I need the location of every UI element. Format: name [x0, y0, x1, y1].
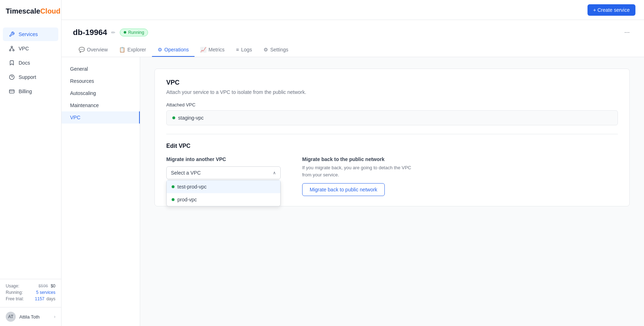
- migrate-back-description: If you migrate back, you are going to de…: [302, 164, 417, 178]
- status-dot: [124, 31, 126, 34]
- tab-operations[interactable]: ⚙ Operations: [152, 43, 195, 57]
- vpc-option-dot-1: [172, 185, 174, 188]
- vpc-dropdown-menu: test-prod-vpc prod-vpc: [166, 180, 281, 206]
- tab-explorer[interactable]: 📋 Explorer: [113, 43, 152, 57]
- create-service-button[interactable]: + Create service: [588, 4, 635, 16]
- migrate-back-title: Migrate back to the public network: [302, 156, 417, 162]
- vpc-select-placeholder: Select a VPC: [171, 170, 201, 176]
- bookmark-icon: [9, 60, 15, 66]
- logs-icon: ≡: [236, 47, 239, 52]
- explorer-icon: 📋: [119, 47, 125, 52]
- ops-nav-autoscaling[interactable]: Autoscaling: [62, 87, 140, 99]
- sidebar-user[interactable]: AT Attila Toth ›: [0, 307, 61, 326]
- ops-nav-maintenance[interactable]: Maintenance: [62, 99, 140, 111]
- tab-logs[interactable]: ≡ Logs: [230, 43, 258, 57]
- running-label: Running:: [6, 290, 23, 295]
- sidebar-item-vpc[interactable]: VPC: [3, 42, 58, 55]
- dropdown-item-prod-vpc[interactable]: prod-vpc: [167, 193, 280, 206]
- sidebar-item-docs[interactable]: Docs: [3, 56, 58, 70]
- attached-vpc-box: staging-vpc: [166, 110, 618, 125]
- tab-logs-label: Logs: [241, 47, 252, 52]
- more-options-button[interactable]: ···: [621, 27, 633, 37]
- vpc-title: VPC: [166, 79, 618, 86]
- ops-nav-general[interactable]: General: [62, 63, 140, 75]
- avatar: AT: [6, 312, 16, 322]
- chevron-up-icon: ∧: [273, 170, 276, 175]
- vpc-select-trigger[interactable]: Select a VPC ∧: [166, 166, 281, 179]
- service-name: db-19964: [73, 28, 107, 37]
- free-label: Free trial:: [6, 296, 24, 301]
- overview-icon: 💬: [79, 47, 85, 52]
- svg-line-4: [12, 47, 14, 49]
- sidebar-item-services[interactable]: Services: [3, 27, 58, 41]
- vpc-option-label-1: test-prod-vpc: [177, 184, 207, 190]
- ops-nav-vpc[interactable]: VPC: [62, 111, 140, 124]
- service-header: db-19964 ✏ Running ··· 💬 Overview 📋 Expl…: [62, 20, 644, 57]
- usage-label: Usage:: [6, 284, 19, 289]
- vpc-description: Attach your service to a VPC to isolate …: [166, 89, 618, 95]
- support-icon: [9, 74, 15, 80]
- app-logo: TimescaleCloud: [6, 7, 60, 15]
- vpc-select-wrapper: Select a VPC ∧ test-prod-vpc: [166, 166, 281, 179]
- svg-line-3: [10, 47, 12, 49]
- sidebar: TimescaleCloud Services VPC Docs Suppo: [0, 0, 62, 326]
- logo: TimescaleCloud: [0, 0, 61, 24]
- tab-settings-label: Settings: [270, 47, 289, 52]
- chevron-right-icon: ›: [54, 314, 55, 319]
- svg-point-2: [13, 50, 14, 51]
- usage-row: Usage: $596 $0: [6, 284, 55, 289]
- migrate-into-label: Migrate into another VPC: [166, 156, 281, 162]
- status-badge: Running: [120, 29, 148, 36]
- sidebar-item-label-support: Support: [19, 74, 36, 80]
- migrate-back-button[interactable]: Migrate back to public network: [302, 183, 385, 196]
- tab-metrics[interactable]: 📈 Metrics: [195, 43, 230, 57]
- sidebar-nav: Services VPC Docs Support Billing: [0, 24, 61, 279]
- section-divider: [166, 134, 618, 134]
- svg-point-1: [9, 50, 11, 51]
- trial-row: Free trial: 1157 days: [6, 296, 55, 301]
- wrench-icon: [9, 31, 15, 37]
- sidebar-item-billing[interactable]: Billing: [3, 85, 58, 98]
- service-wrapper: db-19964 ✏ Running ··· 💬 Overview 📋 Expl…: [62, 20, 644, 326]
- running-row: Running: 5 services: [6, 290, 55, 295]
- status-text: Running: [128, 30, 144, 35]
- migrate-back-section: Migrate back to the public network If yo…: [302, 156, 417, 196]
- vpc-option-label-2: prod-vpc: [177, 197, 197, 202]
- trial-days[interactable]: 1157: [35, 296, 45, 301]
- edit-vpc-grid: Migrate into another VPC Select a VPC ∧: [166, 156, 618, 196]
- dropdown-item-test-prod-vpc[interactable]: test-prod-vpc: [167, 180, 280, 193]
- metrics-icon: 📈: [200, 47, 206, 52]
- sidebar-item-support[interactable]: Support: [3, 70, 58, 84]
- edit-vpc-title: Edit VPC: [166, 143, 618, 149]
- vpc-status-dot: [172, 116, 175, 119]
- attached-vpc-value: staging-vpc: [178, 115, 204, 121]
- operations-sidebar: General Resources Autoscaling Maintenanc…: [62, 57, 140, 326]
- operations-body: General Resources Autoscaling Maintenanc…: [62, 57, 644, 326]
- tab-explorer-label: Explorer: [127, 47, 146, 52]
- edit-icon[interactable]: ✏: [111, 30, 115, 35]
- sidebar-item-label-billing: Billing: [19, 89, 32, 94]
- operations-icon: ⚙: [158, 47, 162, 52]
- migrate-into-section: Migrate into another VPC Select a VPC ∧: [166, 156, 281, 179]
- vpc-attached-section: VPC Attach your service to a VPC to isol…: [154, 69, 630, 206]
- service-title-row: db-19964 ✏ Running ···: [73, 27, 633, 37]
- tab-metrics-label: Metrics: [208, 47, 225, 52]
- tab-settings[interactable]: ⚙ Settings: [258, 43, 294, 57]
- sidebar-item-label-vpc: VPC: [19, 46, 29, 51]
- vpc-option-dot-2: [172, 198, 174, 201]
- current-price: $0: [51, 284, 55, 289]
- operations-content: VPC Attach your service to a VPC to isol…: [140, 57, 644, 326]
- service-title: db-19964 ✏ Running: [73, 28, 148, 37]
- trial-unit: days: [46, 296, 55, 301]
- svg-rect-7: [9, 90, 14, 93]
- running-count[interactable]: 5 services: [36, 290, 55, 295]
- network-icon: [9, 45, 15, 52]
- svg-point-0: [11, 46, 13, 47]
- tab-operations-label: Operations: [164, 47, 189, 52]
- settings-icon: ⚙: [264, 47, 268, 52]
- topbar: + Create service: [62, 0, 644, 20]
- tab-overview[interactable]: 💬 Overview: [73, 43, 113, 57]
- ops-nav-resources[interactable]: Resources: [62, 75, 140, 87]
- main-area: + Create service db-19964 ✏ Running ··· …: [62, 0, 644, 326]
- trial-days-wrapper: 1157 days: [35, 296, 55, 301]
